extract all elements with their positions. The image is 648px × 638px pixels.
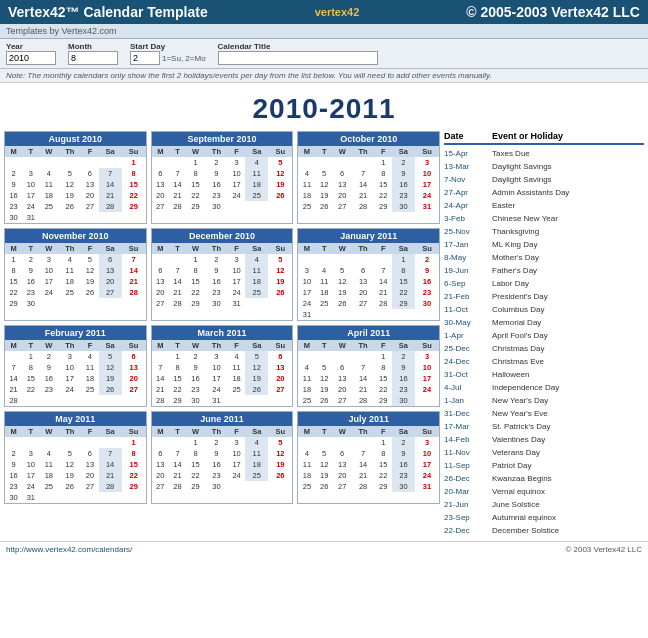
day-cell: 1 [122,437,146,448]
month-block: July 2011MTWThFSaSu123456789101112131415… [297,411,440,504]
month-label: Month [68,42,118,51]
day-header: Th [352,426,375,437]
day-cell: 17 [415,459,439,470]
day-cell: 7 [122,254,146,265]
day-cell: 1 [22,351,39,362]
day-cell: 10 [298,276,315,287]
day-cell: 7 [169,168,186,179]
day-cell: 31 [228,298,245,309]
day-cell [169,254,186,265]
day-cell: 11 [245,168,268,179]
calendar-title-input[interactable] [218,51,378,65]
day-header: W [333,243,352,254]
day-header: T [169,340,186,351]
day-cell: 25 [245,470,268,481]
start-day-input[interactable] [130,51,160,65]
holidays-section: Date Event or Holiday 15-AprTaxes Due13-… [444,131,644,537]
day-header: T [316,146,333,157]
day-header: T [169,243,186,254]
day-cell: 12 [268,448,292,459]
day-header: M [298,146,315,157]
start-day-label: Start Day [130,42,206,51]
day-cell: 21 [169,470,186,481]
day-cell: 14 [352,179,375,190]
holiday-date: 21-Jun [444,498,492,511]
day-cell [316,437,333,448]
day-cell: 22 [392,287,415,298]
day-cell: 20 [122,373,146,384]
day-cell: 9 [205,168,228,179]
month-header: February 2011 [5,326,146,340]
day-cell: 17 [415,373,439,384]
year-input[interactable] [6,51,56,65]
day-cell: 8 [5,265,22,276]
day-cell: 8 [392,265,415,276]
day-cell: 15 [22,373,39,384]
day-cell: 2 [22,254,39,265]
day-cell: 30 [205,298,228,309]
day-cell: 6 [333,168,352,179]
day-cell [58,298,81,309]
day-cell: 14 [5,373,22,384]
day-cell: 19 [245,373,268,384]
day-cell: 13 [152,276,169,287]
day-cell: 22 [186,470,205,481]
day-header: Su [415,146,439,157]
day-cell: 9 [205,265,228,276]
day-cell: 24 [39,287,58,298]
day-cell: 19 [268,276,292,287]
holiday-row: 11-NovVeterans Day [444,446,644,459]
day-cell [298,157,315,168]
day-cell: 23 [415,287,439,298]
month-input[interactable] [68,51,118,65]
month-table: MTWThFSaSu123456789101112131415161718192… [5,340,146,406]
day-cell: 9 [392,362,415,373]
day-cell: 11 [58,265,81,276]
day-header: Sa [245,146,268,157]
day-header: Th [58,426,81,437]
day-cell [352,351,375,362]
day-cell: 29 [375,395,392,406]
day-cell: 7 [352,362,375,373]
day-cell: 2 [186,351,205,362]
day-header: M [152,243,169,254]
day-header: M [5,146,22,157]
day-cell: 30 [22,298,39,309]
holiday-event: President's Day [492,290,548,303]
top-note: Templates by Vertex42.com [0,24,648,39]
day-cell: 14 [99,459,122,470]
day-header: T [316,243,333,254]
holiday-date: 31-Oct [444,368,492,381]
day-cell: 4 [316,265,333,276]
day-cell: 3 [415,351,439,362]
day-cell: 3 [415,437,439,448]
day-cell: 5 [333,265,352,276]
day-cell: 7 [375,265,392,276]
month-table: MTWThFSaSu123456789101112131415161718192… [5,146,146,223]
day-cell: 25 [39,201,58,212]
day-cell: 24 [205,384,228,395]
month-header: March 2011 [152,326,293,340]
day-cell: 24 [415,470,439,481]
day-cell: 6 [81,168,98,179]
day-cell: 19 [268,179,292,190]
day-cell: 14 [99,179,122,190]
day-cell: 25 [298,481,315,492]
holiday-date: 13-Mar [444,160,492,173]
day-cell: 23 [392,384,415,395]
holiday-event: Kwanzaa Begins [492,472,552,485]
day-cell: 1 [186,437,205,448]
day-cell: 28 [152,395,169,406]
day-cell: 16 [205,459,228,470]
footer-link[interactable]: http://www.vertex42.com/calendars/ [6,545,132,554]
holiday-row: 19-JunFather's Day [444,264,644,277]
day-header: W [39,146,58,157]
day-cell: 24 [415,384,439,395]
event-column-header: Event or Holiday [492,131,563,141]
day-cell [39,395,58,406]
day-cell: 19 [316,384,333,395]
day-cell [99,298,122,309]
day-cell: 11 [81,362,98,373]
day-cell: 17 [228,179,245,190]
day-cell [228,201,245,212]
